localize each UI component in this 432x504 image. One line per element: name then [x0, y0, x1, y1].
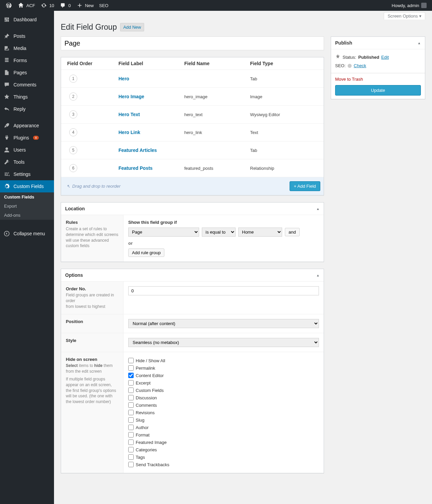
field-label-link[interactable]: Featured Articles [118, 148, 157, 153]
field-label-link[interactable]: Hero Link [118, 130, 140, 135]
field-type: Relationship [250, 166, 320, 171]
hide-checkbox[interactable] [128, 432, 134, 437]
sidebar-item-posts[interactable]: Posts [0, 30, 54, 42]
hide-option: Tags [128, 453, 319, 461]
edit-status-link[interactable]: Edit [381, 55, 389, 60]
hide-checkbox[interactable] [128, 402, 134, 408]
status-label: Status: [343, 55, 356, 60]
hide-checkbox[interactable] [128, 395, 134, 400]
hide-option-label: Comments [136, 403, 157, 408]
updates-link[interactable]: 10 [38, 0, 57, 11]
rule-value-select[interactable]: Home [238, 228, 282, 237]
sidebar-item-label: Comments [14, 82, 36, 87]
star-icon [3, 94, 10, 100]
hide-option: Excerpt [128, 379, 319, 387]
hide-checkbox[interactable] [128, 462, 134, 467]
wp-logo[interactable] [3, 0, 15, 11]
order-no-input[interactable] [128, 286, 319, 295]
hide-checkbox[interactable] [128, 380, 134, 386]
comments-link[interactable]: 0 [57, 0, 73, 11]
sidebar-item-custom-fields[interactable]: Custom Fields [0, 180, 54, 192]
field-row[interactable]: 5 Featured Articles Tab [61, 141, 324, 159]
hide-desc-2: If multiple field groups appear on an ed… [66, 376, 118, 405]
field-row[interactable]: 3 Hero Text hero_text Wysiwyg Editor [61, 106, 324, 124]
sidebar-item-appearance[interactable]: Appearance [0, 120, 54, 132]
screen-options-button[interactable]: Screen Options ▾ [384, 12, 425, 20]
hide-checkbox[interactable] [128, 410, 134, 415]
sidebar-item-tools[interactable]: Tools [0, 156, 54, 168]
style-select[interactable]: Seamless (no metabox) [128, 338, 319, 347]
sidebar-sub-custom-fields[interactable]: Custom Fields [0, 192, 54, 202]
seo-link[interactable]: SEO [97, 0, 111, 11]
sidebar-sub-export[interactable]: Export [0, 202, 54, 211]
hide-checkbox[interactable] [128, 388, 134, 393]
location-postbox: Location ▲ Rules Create a set of rules t… [61, 202, 324, 262]
toggle-icon[interactable]: ▲ [316, 273, 320, 277]
toggle-icon[interactable]: ▲ [316, 207, 320, 211]
update-button[interactable]: Update [335, 85, 421, 96]
field-row[interactable]: 1 Hero Tab [61, 70, 324, 88]
sidebar-item-pages[interactable]: Pages [0, 67, 54, 79]
hide-checkbox[interactable] [128, 417, 134, 423]
sidebar-item-comments[interactable]: Comments [0, 79, 54, 91]
hide-checkbox-list: Hide / Show AllPermalinkContent EditorEx… [128, 357, 319, 468]
sidebar-item-users[interactable]: Users [0, 144, 54, 156]
location-lead: Show this field group if [128, 220, 319, 225]
field-label-link[interactable]: Hero Text [118, 112, 140, 117]
and-button[interactable]: and [285, 228, 300, 236]
sidebar-item-label: Posts [14, 33, 25, 39]
toggle-icon[interactable]: ▲ [417, 41, 421, 45]
sidebar-item-media[interactable]: Media [0, 42, 54, 54]
hide-checkbox[interactable] [128, 365, 134, 371]
sidebar-item-settings[interactable]: Settings [0, 168, 54, 180]
sidebar-item-dashboard[interactable]: Dashboard [0, 14, 54, 26]
svg-point-0 [5, 148, 8, 150]
field-label-link[interactable]: Hero [118, 76, 129, 81]
add-new-button[interactable]: Add New [120, 23, 144, 31]
site-name-link[interactable]: ACF [15, 0, 38, 11]
account-link[interactable]: Howdy, admin [389, 0, 429, 11]
rule-param-select[interactable]: Page [128, 228, 199, 237]
sidebar-item-plugins[interactable]: Plugins8 [0, 132, 54, 144]
field-row[interactable]: 2 Hero Image hero_image Image [61, 88, 324, 106]
field-label-link[interactable]: Featured Posts [118, 165, 153, 171]
rules-label: Rules [66, 220, 118, 225]
sidebar-item-things[interactable]: Things [0, 91, 54, 103]
add-field-button[interactable]: + Add Field [290, 181, 320, 191]
collapse-menu-button[interactable]: Collapse menu [0, 228, 54, 240]
hide-option-label: Excerpt [136, 380, 151, 386]
new-content-link[interactable]: New [74, 0, 97, 11]
hide-checkbox[interactable] [128, 373, 134, 378]
hide-checkbox[interactable] [128, 358, 134, 363]
hide-option: Format [128, 431, 319, 439]
hide-checkbox[interactable] [128, 447, 134, 452]
field-row[interactable]: 4 Hero Link hero_link Text [61, 124, 324, 141]
hide-checkbox[interactable] [128, 440, 134, 445]
page-title: Edit Field Group [61, 23, 117, 32]
add-rule-group-button[interactable]: Add rule group [128, 248, 164, 257]
hide-checkbox[interactable] [128, 425, 134, 430]
sidebar-sub-add-ons[interactable]: Add-ons [0, 211, 54, 220]
sidebar-item-forms[interactable]: Forms [0, 54, 54, 67]
rule-operator-select[interactable]: is equal to [202, 228, 236, 237]
hide-option-label: Custom Fields [136, 388, 164, 393]
sidebar-item-reply[interactable]: Reply [0, 103, 54, 115]
drag-arrow-icon: ↖ [66, 184, 70, 189]
chevron-down-icon: ▾ [419, 14, 422, 19]
seo-check-link[interactable]: Check [354, 63, 366, 68]
hide-checkbox[interactable] [128, 454, 134, 460]
sidebar-item-label: Dashboard [14, 17, 37, 22]
options-title: Options [65, 272, 83, 278]
rules-desc: Create a set of rules to determine which… [66, 226, 118, 249]
move-to-trash-link[interactable]: Move to Trash [335, 77, 363, 82]
hide-label: Hide on screen [66, 357, 118, 362]
refresh-icon [40, 2, 47, 9]
position-select[interactable]: Normal (after content) [128, 319, 319, 328]
field-row[interactable]: 6 Featured Posts featured_posts Relation… [61, 159, 324, 177]
avatar-icon [421, 3, 427, 8]
field-type: Image [250, 94, 320, 99]
sidebar-item-label: Settings [14, 171, 31, 177]
group-title-input[interactable] [61, 36, 324, 50]
field-label-link[interactable]: Hero Image [118, 94, 144, 99]
sidebar-item-label: Forms [14, 58, 27, 63]
